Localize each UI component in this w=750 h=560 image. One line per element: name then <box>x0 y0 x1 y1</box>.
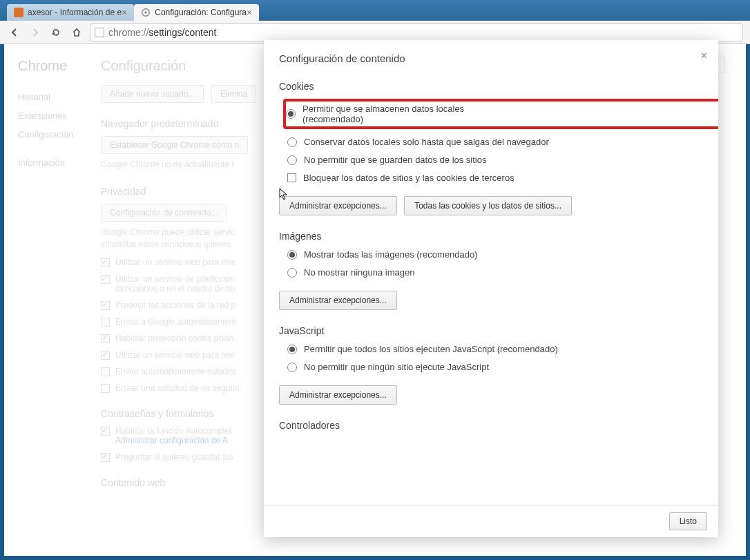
tab-inactive[interactable]: axesor - Información de e × <box>7 4 134 21</box>
radio-icon <box>287 250 297 260</box>
reload-button[interactable] <box>48 25 64 40</box>
radio-label: No permitir que ningún sitio ejecute Jav… <box>304 362 489 372</box>
forward-button[interactable] <box>28 25 43 40</box>
home-button[interactable] <box>69 25 84 40</box>
close-icon[interactable]: × <box>122 7 127 18</box>
dialog-body: Cookies Permitir que se almacenen datos … <box>264 71 718 505</box>
radio-label: No permitir que se guarden datos de los … <box>304 155 486 165</box>
omnibox[interactable]: chrome://settings/content <box>90 23 743 41</box>
javascript-opt-allow[interactable]: Permitir que todos los sitios ejecuten J… <box>287 344 703 354</box>
dialog-title: Configuración de contenido <box>279 52 405 64</box>
dialog-footer: Listo <box>264 505 718 537</box>
favicon-settings <box>141 8 151 17</box>
highlight-box: Permitir que se almacenen datos locales … <box>283 99 718 129</box>
radio-label: No mostrar ninguna imagen <box>304 267 414 278</box>
done-button[interactable]: Listo <box>669 512 707 530</box>
svg-point-1 <box>145 11 148 14</box>
content-settings-dialog: Configuración de contenido × Cookies Per… <box>264 40 718 537</box>
images-opt-show[interactable]: Mostrar todas las imágenes (recomendado) <box>287 249 703 260</box>
back-button[interactable] <box>7 25 22 40</box>
tab-title: Configuración: Configura <box>155 8 247 17</box>
cookies-all-data-button[interactable]: Todas las cookies y los datos de sitios.… <box>404 196 572 215</box>
radio-icon <box>287 155 297 165</box>
tab-active[interactable]: Configuración: Configura × <box>134 4 259 21</box>
handlers-heading: Controladores <box>279 420 703 431</box>
favicon-axesor <box>14 8 23 17</box>
javascript-heading: JavaScript <box>279 325 703 336</box>
radio-icon <box>287 363 297 372</box>
cookies-heading: Cookies <box>279 81 703 92</box>
browser-window: axesor - Información de e × Configuració… <box>0 0 750 560</box>
page-icon <box>95 28 104 37</box>
cookies-opt-keep-until-exit[interactable]: Conservar datos locales solo hasta que s… <box>287 137 703 147</box>
close-icon[interactable]: × <box>247 7 252 18</box>
cookies-opt-block[interactable]: No permitir que se guarden datos de los … <box>287 155 703 165</box>
images-exceptions-button[interactable]: Administrar excepciones... <box>279 291 397 310</box>
radio-label: Mostrar todas las imágenes (recomendado) <box>304 249 477 260</box>
radio-label: Conservar datos locales solo hasta que s… <box>304 137 549 147</box>
radio-label: Permitir que todos los sitios ejecuten J… <box>304 344 558 354</box>
check-label: Bloquear los datos de sitios y las cooki… <box>303 173 515 183</box>
radio-label: Permitir que se almacenen datos locales … <box>302 104 518 124</box>
url-path: settings/content <box>148 27 216 38</box>
tab-title: axesor - Información de e <box>28 8 122 17</box>
cookies-block-thirdparty[interactable]: Bloquear los datos de sitios y las cooki… <box>287 173 703 183</box>
javascript-exceptions-button[interactable]: Administrar excepciones... <box>279 385 397 405</box>
url-scheme: chrome:// <box>108 27 148 38</box>
radio-icon[interactable] <box>286 109 296 119</box>
javascript-opt-block[interactable]: No permitir que ningún sitio ejecute Jav… <box>287 362 703 372</box>
radio-icon <box>287 137 297 147</box>
url-text: chrome://settings/content <box>108 27 216 38</box>
images-heading: Imágenes <box>279 231 703 242</box>
radio-icon <box>287 345 297 354</box>
radio-icon <box>287 268 297 278</box>
cookies-exceptions-button[interactable]: Administrar excepciones... <box>279 196 397 215</box>
checkbox-icon <box>287 173 296 182</box>
dialog-header: Configuración de contenido × <box>264 40 718 71</box>
images-opt-hide[interactable]: No mostrar ninguna imagen <box>287 267 703 278</box>
tab-strip: axesor - Información de e × Configuració… <box>0 0 750 21</box>
dialog-close-button[interactable]: × <box>701 50 707 62</box>
